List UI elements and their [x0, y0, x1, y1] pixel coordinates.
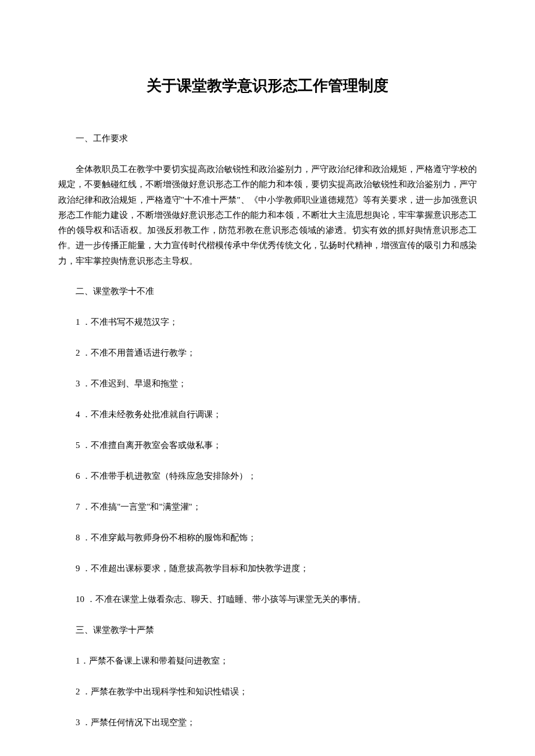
- list-item: 4 ．不准未经教务处批准就自行调课；: [58, 407, 477, 422]
- section-3-heading: 三、课堂教学十严禁: [58, 622, 477, 638]
- list-item: 2 ．严禁在教学中出现科学性和知识性错误；: [58, 684, 477, 700]
- list-item: 1．严禁不备课上课和带着疑问进教室；: [58, 653, 477, 669]
- list-item: 1 ．不准书写不规范汉字；: [58, 314, 477, 330]
- list-item: 2 ．不准不用普通话进行教学；: [58, 345, 477, 361]
- list-item: 10 ．不准在课堂上做看杂志、聊天、打瞌睡、带小孩等与课堂无关的事情。: [58, 592, 477, 607]
- list-item: 3 ．不准迟到、早退和拖堂；: [58, 376, 477, 392]
- list-item: 8 ．不准穿戴与教师身份不相称的服饰和配饰；: [58, 530, 477, 546]
- section-2-heading: 二、课堂教学十不准: [58, 284, 477, 299]
- section-1-heading: 一、工作要求: [58, 131, 477, 146]
- list-item: 6 ．不准带手机进教室（特殊应急安排除外）；: [58, 468, 477, 484]
- list-item: 7 ．不准搞"一言堂"和"满堂灌"；: [58, 499, 477, 515]
- document-title: 关于课堂教学意识形态工作管理制度: [58, 76, 477, 96]
- list-item: 5 ．不准擅自离开教室会客或做私事；: [58, 438, 477, 453]
- section-1-paragraph: 全体教职员工在教学中要切实提高政治敏锐性和政治鉴别力，严守政治纪律和政治规矩，严…: [58, 162, 477, 268]
- list-item: 9 ．不准超出课标要求，随意拔高教学目标和加快教学进度；: [58, 561, 477, 576]
- list-item: 3 ．严禁任何情况下出现空堂；: [58, 715, 477, 730]
